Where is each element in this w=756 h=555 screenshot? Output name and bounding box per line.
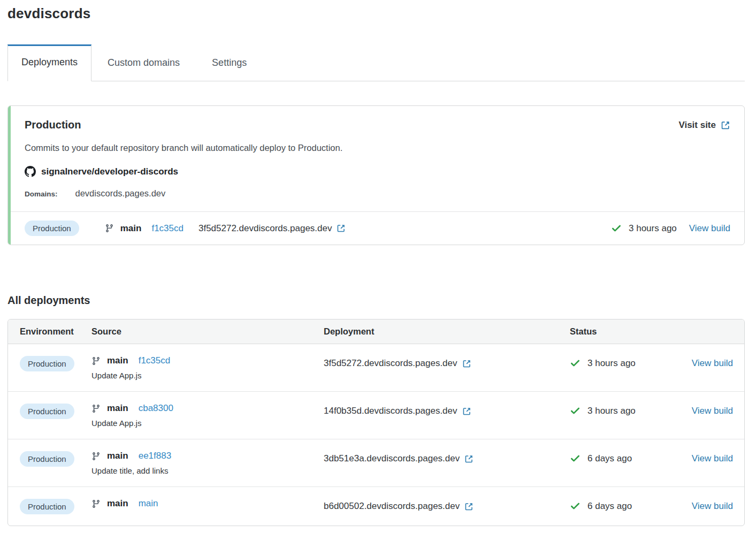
table-header-row: Environment Source Deployment Status [8, 320, 744, 344]
external-link-icon [464, 454, 474, 463]
tab-bar: Deployments Custom domains Settings [7, 44, 745, 81]
column-header-status: Status [570, 326, 687, 337]
production-card: Production Visit site Commits to your de… [7, 105, 745, 245]
environment-badge: Production [20, 404, 74, 419]
status-time: 3 hours ago [587, 406, 636, 416]
table-row: Production main cba8300 Update App.js 14… [8, 391, 744, 439]
git-branch-icon [91, 404, 101, 413]
column-header-source: Source [91, 326, 324, 337]
external-link-icon [337, 224, 346, 233]
repository-name: signalnerve/developer-discords [41, 166, 178, 177]
view-build-link[interactable]: View build [689, 223, 730, 234]
production-card-title: Production [25, 119, 81, 131]
deployment-url-text: b6d00502.devdiscords.pages.dev [324, 501, 460, 512]
deployment-url-link[interactable]: 3f5d5272.devdiscords.pages.dev [198, 223, 346, 234]
environment-badge: Production [20, 499, 74, 514]
production-deployment-row: Production main f1c35cd 3f5d5272.devdisc… [8, 211, 744, 245]
column-header-deployment: Deployment [324, 326, 570, 337]
deployment-status: 6 days ago [570, 453, 632, 464]
branch-name: main [107, 451, 128, 461]
deployment-url-text: 3f5d5272.devdiscords.pages.dev [198, 223, 332, 234]
external-link-icon [462, 407, 471, 416]
deployment-status: 3 hours ago [570, 358, 636, 369]
visit-site-label: Visit site [678, 120, 716, 131]
commit-link[interactable]: main [139, 498, 158, 509]
view-build-link[interactable]: View build [692, 406, 733, 416]
column-header-actions [687, 326, 733, 337]
status-time: 3 hours ago [629, 223, 677, 234]
github-icon [25, 166, 36, 177]
branch-name: main [107, 403, 128, 414]
git-branch-icon [91, 499, 101, 508]
tab-settings[interactable]: Settings [196, 45, 263, 81]
deployment-status: 3 hours ago [570, 406, 636, 416]
commit-message: Update App.js [91, 371, 324, 380]
view-build-link[interactable]: View build [692, 453, 733, 463]
deployment-status: 6 days ago [570, 501, 632, 512]
check-icon [611, 223, 622, 234]
visit-site-link[interactable]: Visit site [678, 120, 730, 131]
git-branch-icon [91, 452, 101, 461]
commit-link[interactable]: f1c35cd [139, 355, 171, 366]
environment-badge: Production [25, 221, 79, 236]
pages-project-page: devdiscords Deployments Custom domains S… [0, 0, 756, 526]
external-link-icon [721, 120, 730, 130]
table-row: Production main main b6d00502.devdiscord… [8, 486, 744, 526]
deployment-url-link[interactable]: b6d00502.devdiscords.pages.dev [324, 501, 474, 512]
production-description: Commits to your default repository branc… [25, 143, 730, 153]
all-deployments-title: All deployments [7, 294, 745, 307]
commit-link[interactable]: f1c35cd [151, 223, 184, 234]
domains-row: Domains: devdiscords.pages.dev [25, 188, 730, 199]
repository-row: signalnerve/developer-discords [25, 166, 730, 177]
external-link-icon [462, 359, 471, 368]
page-title: devdiscords [7, 5, 745, 22]
branch-name: main [107, 355, 128, 366]
check-icon [570, 358, 581, 369]
status-time: 6 days ago [587, 501, 632, 512]
environment-badge: Production [20, 451, 74, 467]
deployment-url-link[interactable]: 14f0b35d.devdiscords.pages.dev [324, 406, 471, 416]
table-row: Production main ee1f883 Update title, ad… [8, 439, 744, 486]
git-branch-icon [105, 224, 114, 233]
deployment-url-link[interactable]: 3db51e3a.devdiscords.pages.dev [324, 453, 474, 464]
check-icon [570, 406, 581, 416]
git-branch-icon [91, 356, 101, 366]
deployment-status: 3 hours ago [611, 223, 677, 234]
commit-message: Update title, add links [91, 466, 324, 475]
deployment-url-text: 3db51e3a.devdiscords.pages.dev [324, 453, 460, 464]
branch-name: main [107, 498, 128, 509]
deployment-url-text: 14f0b35d.devdiscords.pages.dev [324, 406, 457, 416]
environment-badge: Production [20, 356, 74, 371]
branch-name: main [120, 223, 142, 234]
deployment-url-text: 3f5d5272.devdiscords.pages.dev [324, 358, 457, 369]
table-row: Production main f1c35cd Update App.js 3f… [8, 344, 744, 391]
commit-link[interactable]: ee1f883 [139, 451, 171, 461]
commit-message: Update App.js [91, 419, 324, 428]
check-icon [570, 453, 581, 464]
domains-value: devdiscords.pages.dev [75, 188, 166, 199]
deployment-url-link[interactable]: 3f5d5272.devdiscords.pages.dev [324, 358, 471, 369]
production-card-info: Production Visit site Commits to your de… [8, 106, 744, 211]
tab-custom-domains[interactable]: Custom domains [91, 45, 196, 81]
check-icon [570, 501, 581, 512]
status-time: 3 hours ago [587, 358, 636, 369]
view-build-link[interactable]: View build [692, 358, 733, 368]
view-build-link[interactable]: View build [692, 501, 733, 511]
external-link-icon [464, 502, 474, 511]
column-header-environment: Environment [20, 326, 91, 337]
table-body: Production main f1c35cd Update App.js 3f… [8, 344, 744, 526]
status-time: 6 days ago [587, 453, 632, 464]
commit-link[interactable]: cba8300 [139, 403, 173, 414]
deployments-table: Environment Source Deployment Status Pro… [7, 319, 745, 526]
tab-deployments[interactable]: Deployments [7, 44, 91, 81]
domains-label: Domains: [25, 190, 58, 198]
